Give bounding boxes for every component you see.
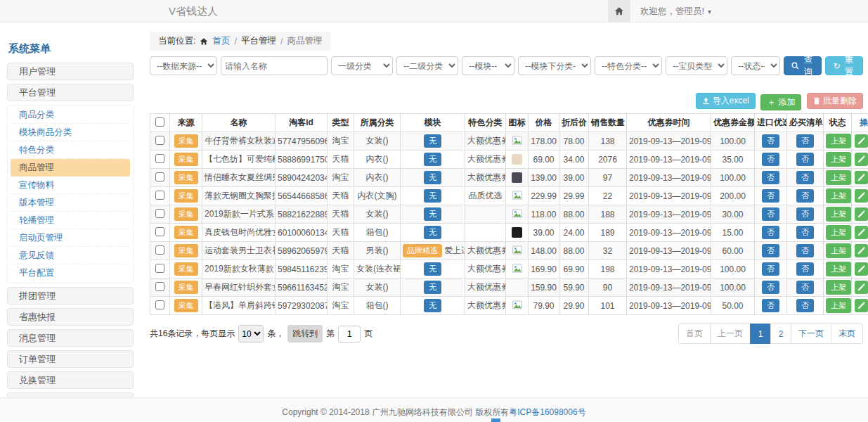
row-checkbox[interactable] [155, 209, 164, 218]
module-badge[interactable]: 无 [424, 134, 441, 148]
reset-button[interactable]: ↻ 重置 [825, 56, 863, 75]
module-subcategory-select[interactable]: --模块下分类-- [518, 56, 591, 75]
edit-button[interactable] [855, 299, 868, 312]
must-buy-toggle[interactable]: 否 [796, 134, 814, 148]
imported-toggle[interactable]: 否 [762, 153, 779, 166]
icp-link[interactable]: 粤ICP备16098006号 [509, 407, 585, 417]
module-badge[interactable]: 无 [424, 262, 441, 276]
page-button-首页[interactable]: 首页 [678, 324, 711, 344]
sidebar-item-版本管理[interactable]: 版本管理 [11, 194, 130, 212]
sidebar-item-平台管理[interactable]: 平台管理 [7, 84, 134, 101]
imported-toggle[interactable]: 否 [762, 299, 779, 312]
level2-category-select[interactable]: --二级分类-- [396, 56, 458, 75]
edit-button[interactable] [855, 134, 868, 148]
edit-button[interactable] [855, 281, 868, 294]
page-button-末页[interactable]: 末页 [831, 324, 863, 344]
row-checkbox[interactable] [155, 264, 164, 273]
row-checkbox[interactable] [155, 191, 164, 200]
status-select[interactable]: --状态-- [731, 56, 780, 75]
sidebar-item-兑换管理[interactable]: 兑换管理 [7, 371, 134, 389]
sidebar-item-商品分类[interactable]: 商品分类 [11, 106, 130, 124]
module-select[interactable]: --模块-- [462, 56, 514, 75]
imported-toggle[interactable]: 否 [762, 281, 779, 294]
sidebar-item-特色分类[interactable]: 特色分类 [11, 141, 130, 159]
imported-toggle[interactable]: 否 [762, 207, 779, 221]
page-button-1[interactable]: 1 [750, 324, 771, 344]
jump-to-button[interactable]: 跳转到 [287, 325, 323, 343]
edit-button[interactable] [855, 244, 868, 257]
module-badge[interactable]: 无 [424, 281, 441, 294]
sidebar-item-平台配置[interactable]: 平台配置 [11, 264, 130, 282]
edit-button[interactable] [855, 153, 868, 166]
select-all-checkbox[interactable] [155, 117, 164, 127]
sidebar-item-启动页管理[interactable]: 启动页管理 [11, 229, 130, 247]
jump-page-input[interactable] [338, 326, 361, 343]
must-buy-toggle[interactable]: 否 [796, 153, 814, 166]
edit-button[interactable] [855, 262, 868, 276]
status-button[interactable]: 上架 [826, 280, 851, 295]
name-search-input[interactable] [221, 56, 328, 75]
batch-delete-button[interactable]: 批量删除 [807, 93, 863, 109]
row-checkbox[interactable] [155, 227, 164, 236]
sidebar-item-省惠快报[interactable]: 省惠快报 [7, 308, 134, 326]
must-buy-toggle[interactable]: 否 [796, 281, 814, 294]
status-button[interactable]: 上架 [826, 225, 851, 240]
edit-button[interactable] [855, 226, 868, 239]
row-checkbox[interactable] [155, 245, 164, 255]
module-badge[interactable]: 无 [424, 153, 441, 166]
per-page-select[interactable]: 10 [238, 325, 264, 343]
must-buy-toggle[interactable]: 否 [796, 189, 814, 203]
sidebar-item-拼团管理[interactable]: 拼团管理 [7, 287, 134, 305]
sidebar-item-用户管理[interactable]: 用户管理 [7, 63, 134, 80]
status-button[interactable]: 上架 [826, 188, 851, 203]
level1-category-select[interactable]: 一级分类 [331, 56, 393, 75]
page-button-下一页[interactable]: 下一页 [791, 324, 831, 344]
sidebar-item-商品管理[interactable]: 商品管理 [11, 159, 130, 177]
must-buy-toggle[interactable]: 否 [796, 262, 814, 276]
breadcrumb-home-link[interactable]: 首页 [212, 35, 230, 47]
must-buy-toggle[interactable]: 否 [796, 207, 814, 221]
user-menu[interactable]: 欢迎您，管理员! ▾ [630, 0, 721, 23]
module-badge[interactable]: 无 [424, 226, 441, 239]
must-buy-toggle[interactable]: 否 [796, 299, 814, 312]
page-button-2[interactable]: 2 [770, 324, 791, 344]
status-button[interactable]: 上架 [826, 134, 851, 148]
sidebar-item-意见反馈[interactable]: 意见反馈 [11, 247, 130, 264]
import-excel-button[interactable]: 导入excel [696, 93, 756, 109]
home-button[interactable] [608, 0, 630, 23]
sidebar-item-订单管理[interactable]: 订单管理 [7, 350, 134, 368]
status-button[interactable]: 上架 [826, 298, 851, 313]
must-buy-toggle[interactable]: 否 [796, 171, 814, 184]
row-checkbox[interactable] [155, 172, 164, 181]
feature-category-select[interactable]: --特色分类-- [595, 56, 662, 75]
page-button-上一页[interactable]: 上一页 [710, 324, 751, 344]
imported-toggle[interactable]: 否 [762, 189, 779, 203]
module-badge[interactable]: 品牌精选 [403, 244, 442, 257]
edit-button[interactable] [855, 189, 868, 203]
sidebar-item-消息管理[interactable]: 消息管理 [7, 329, 134, 347]
row-checkbox[interactable] [155, 154, 164, 163]
imported-toggle[interactable]: 否 [762, 262, 779, 276]
imported-toggle[interactable]: 否 [762, 226, 779, 239]
edit-button[interactable] [855, 207, 868, 221]
status-button[interactable]: 上架 [826, 207, 851, 222]
data-source-select[interactable]: --数据来源-- [150, 56, 217, 75]
add-button[interactable]: ＋ 添加 [760, 94, 801, 110]
must-buy-toggle[interactable]: 否 [796, 244, 814, 257]
item-type-select[interactable]: --宝贝类型-- [666, 56, 727, 75]
sidebar-item-宣传物料[interactable]: 宣传物料 [11, 177, 130, 194]
row-checkbox[interactable] [155, 136, 164, 145]
status-button[interactable]: 上架 [826, 152, 851, 167]
row-checkbox[interactable] [155, 282, 164, 291]
module-badge[interactable]: 无 [424, 189, 441, 203]
imported-toggle[interactable]: 否 [762, 171, 779, 184]
sidebar-item-轮播管理[interactable]: 轮播管理 [11, 212, 130, 229]
imported-toggle[interactable]: 否 [762, 244, 779, 257]
imported-toggle[interactable]: 否 [762, 134, 779, 148]
module-badge[interactable]: 无 [424, 171, 441, 184]
search-button[interactable]: 查询 [784, 56, 822, 75]
status-button[interactable]: 上架 [826, 243, 851, 258]
row-checkbox[interactable] [155, 300, 164, 309]
sidebar-item-模块商品分类[interactable]: 模块商品分类 [11, 124, 130, 141]
module-badge[interactable]: 无 [424, 299, 441, 312]
